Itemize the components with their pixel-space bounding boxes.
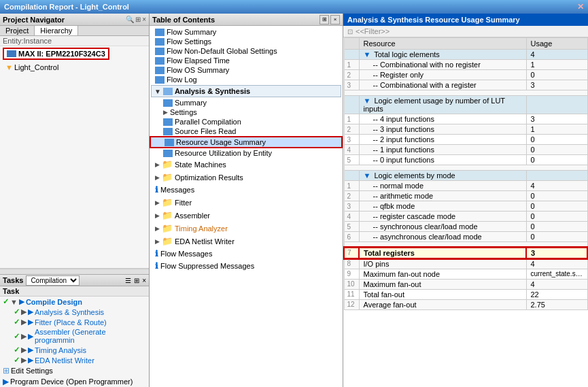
- task-eda[interactable]: ✓ ▶ ▶ EDA Netlist Writer: [0, 355, 149, 365]
- toc-item-summary[interactable]: Summary: [150, 98, 343, 107]
- task-analysis-synthesis[interactable]: ✓ ▶ ▶ Analysis & Synthesis: [0, 307, 149, 317]
- nav-close[interactable]: ×: [142, 16, 146, 23]
- navigator-header: Project Navigator 🔍 ⊞ ×: [0, 14, 149, 26]
- usage-1input: 0: [526, 145, 587, 155]
- toc-item-assembler-toc[interactable]: ▶ 📁 Assembler: [150, 209, 343, 222]
- resource-sync-clear: -- synchronous clear/load mode: [359, 222, 526, 232]
- row-num-mode: [344, 171, 359, 181]
- toc-item-timing-analyzer[interactable]: ▶ 📁 Timing Analyzer: [150, 222, 343, 235]
- expand-settings: ▶: [163, 109, 168, 116]
- usage-max-fanout-node: current_state.state_bit_C: [526, 269, 587, 279]
- toc-list: Flow Summary Flow Settings Flow Non-Defa…: [150, 26, 343, 387]
- toc-section-analysis[interactable]: ▼ Analysis & Synthesis: [151, 85, 341, 97]
- toc-item-flow-os[interactable]: Flow OS Summary: [150, 65, 343, 75]
- row-normal-mode: 1 -- normal mode 4: [344, 181, 587, 191]
- row-async-clear: 6 -- asynchronous clear/load mode 0: [344, 232, 587, 242]
- resource-4input: -- 4 input functions: [359, 114, 526, 124]
- toc-item-flow-suppressed[interactable]: ℹ Flow Suppressed Messages: [150, 260, 343, 272]
- toc-item-resource-usage[interactable]: Resource Usage Summary: [150, 136, 343, 148]
- toc-item-flow-nondeft[interactable]: Flow Non-Default Global Settings: [150, 46, 343, 56]
- task-icon2[interactable]: ⊞: [134, 277, 139, 284]
- toc-item-flow-messages[interactable]: ℹ Flow Messages: [150, 248, 343, 260]
- usage-2input: 0: [526, 135, 587, 145]
- right-header: Analysis & Synthesis Resource Usage Summ…: [343, 14, 588, 26]
- toc-item-state-machines[interactable]: ▶ 📁 State Machines: [150, 158, 343, 171]
- entity-label: Entity:Instance: [0, 36, 149, 46]
- toc-item-source-files[interactable]: Source Files Read: [150, 127, 343, 136]
- task-program-device[interactable]: ▶ Program Device (Open Programmer): [0, 376, 149, 387]
- usage-sync-clear: 0: [526, 222, 587, 232]
- label-analysis: Analysis & Synthesis: [35, 308, 104, 316]
- folder-eda: 📁: [162, 236, 173, 246]
- toc-item-flow-summary[interactable]: Flow Summary: [150, 27, 343, 37]
- arrow-icon-6: ▶: [28, 356, 33, 365]
- row-comb-no-reg: 1 -- Combinational with no register 1: [344, 60, 587, 70]
- toc-item-messages[interactable]: ℹ Messages: [150, 184, 343, 196]
- nav-icon1[interactable]: 🔍: [126, 16, 134, 23]
- task-fitter[interactable]: ✓ ▶ ▶ Fitter (Place & Route): [0, 317, 149, 327]
- row-mode-section: ▼ Logic elements by mode: [344, 171, 587, 181]
- resource-qfbk: -- qfbk mode: [359, 201, 526, 212]
- flow-elapsed-label: Flow Elapsed Time: [167, 56, 230, 65]
- toc-item-resource-entity[interactable]: Resource Utilization by Entity: [150, 148, 343, 158]
- nav-tabs: Project Hierarchy: [0, 26, 149, 36]
- folder-icon: ▼: [5, 63, 13, 71]
- expand-eda: ▶: [155, 238, 160, 245]
- row-sync-clear: 5 -- synchronous clear/load mode 0: [344, 222, 587, 232]
- toc-item-eda-toc[interactable]: ▶ 📁 EDA Netlist Writer: [150, 235, 343, 248]
- resource-comb-no-reg: -- Combinational with no register: [359, 60, 526, 70]
- window-title: Compilation Report - Light_Control: [4, 3, 129, 11]
- resource-mode: ▼ Logic elements by mode: [359, 171, 526, 181]
- expand-lut[interactable]: ▼: [364, 97, 371, 105]
- toc-item-flow-settings[interactable]: Flow Settings: [150, 37, 343, 46]
- usage-lut: [526, 96, 587, 114]
- task-assembler[interactable]: ✓ ▶ ▶ Assembler (Generate programmin: [0, 327, 149, 345]
- nav-icon2[interactable]: ⊞: [135, 16, 141, 23]
- toc-btn-1[interactable]: ⊞: [319, 15, 329, 24]
- resource-1input: -- 1 input functions: [359, 145, 526, 155]
- row-num-8: 8: [344, 258, 359, 269]
- tree-item-light-control[interactable]: ▼ Light_Control: [3, 63, 146, 72]
- filter-icon: ⊡: [347, 28, 353, 35]
- compilation-dropdown[interactable]: Compilation: [26, 275, 80, 286]
- toc-item-optimization[interactable]: ▶ 📁 Optimization Results: [150, 171, 343, 184]
- toc-item-flow-elapsed[interactable]: Flow Elapsed Time: [150, 56, 343, 65]
- resource-async-clear: -- asynchronous clear/load mode: [359, 232, 526, 242]
- resource-usage-label: Resource Usage Summary: [176, 138, 266, 146]
- task-compile-design[interactable]: ✓ ▼ ▶ Compile Design: [0, 297, 149, 307]
- toc-header: Table of Contents ⊞ ×: [150, 14, 343, 26]
- task-close[interactable]: ×: [142, 277, 146, 284]
- resource-reg-cascade: -- register cascade mode: [359, 212, 526, 222]
- task-icon1[interactable]: ☰: [125, 277, 131, 284]
- toc-item-fitter[interactable]: ▶ 📁 Fitter: [150, 196, 343, 209]
- usage-4input: 3: [526, 114, 587, 124]
- tab-project[interactable]: Project: [0, 26, 35, 35]
- task-edit-settings[interactable]: ⊞ Edit Settings: [0, 365, 149, 376]
- toc-item-parallel[interactable]: Parallel Compilation: [150, 117, 343, 127]
- toc-item-flow-log[interactable]: Flow Log: [150, 75, 343, 84]
- sub-num-6c: 6: [344, 232, 359, 242]
- label-eda: EDA Netlist Writer: [35, 356, 94, 365]
- folder-icon-edit: ⊞: [3, 366, 10, 375]
- row-reg-cascade: 4 -- register cascade mode 0: [344, 212, 587, 222]
- toc-item-settings[interactable]: ▶ Settings: [150, 107, 343, 117]
- flow-suppressed-label: Flow Suppressed Messages: [160, 262, 254, 270]
- resource-total-reg: Total registers: [359, 248, 526, 258]
- row-num-0: [344, 50, 359, 60]
- sub-num-2a: 2: [344, 70, 359, 80]
- expand-mode[interactable]: ▼: [364, 171, 371, 180]
- close-button[interactable]: ✕: [577, 2, 584, 12]
- usage-total-reg: 3: [526, 248, 587, 258]
- expand-total-logic[interactable]: ▼: [364, 50, 371, 58]
- tab-hierarchy[interactable]: Hierarchy: [35, 26, 78, 35]
- sub-num-1a: 1: [344, 60, 359, 70]
- folder-sm: 📁: [162, 159, 173, 169]
- resource-total-fanout: Total fan-out: [359, 289, 526, 299]
- middle-panel: Table of Contents ⊞ × Flow Summary Flow …: [150, 14, 343, 387]
- toc-btn-2[interactable]: ×: [330, 15, 340, 24]
- usage-arith: 0: [526, 191, 587, 201]
- resource-comb-with-reg: -- Combinational with a register: [359, 80, 526, 90]
- task-timing[interactable]: ✓ ▶ ▶ Timing Analysis: [0, 345, 149, 355]
- row-total-registers: 7 Total registers 3: [344, 248, 587, 258]
- resource-max-fanout: Maximum fan-out: [359, 279, 526, 289]
